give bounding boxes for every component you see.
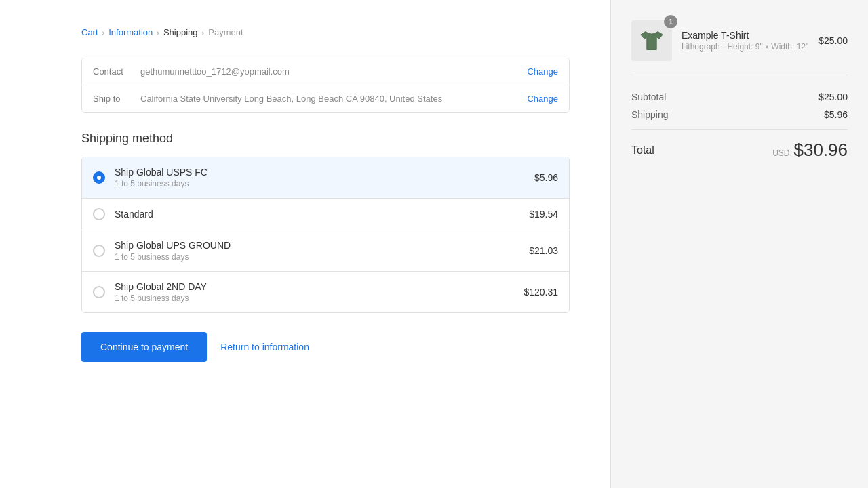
option-name-usps-fc: Ship Global USPS FC [115, 167, 534, 178]
option-price-2nd-day: $120.31 [524, 287, 558, 298]
breadcrumb-shipping: Shipping [163, 27, 198, 37]
shipping-summary-label: Shipping [631, 109, 669, 120]
left-panel: Cart › Information › Shipping › Payment … [0, 0, 610, 488]
total-value: $30.96 [793, 140, 848, 161]
ship-to-row: Ship to California State University Long… [82, 85, 569, 112]
total-currency: USD [772, 148, 789, 158]
breadcrumb-sep-1: › [102, 28, 105, 37]
radio-2nd-day [93, 286, 105, 298]
product-info: Example T-Shirt Lithograph - Height: 9" … [682, 30, 809, 52]
option-details-ups-ground: Ship Global UPS GROUND 1 to 5 business d… [115, 240, 529, 262]
option-details-2nd-day: Ship Global 2ND DAY 1 to 5 business days [115, 281, 524, 303]
subtotal-label: Subtotal [631, 92, 666, 102]
tshirt-icon [639, 28, 664, 53]
option-details-standard: Standard [115, 209, 529, 220]
shipping-options-list: Ship Global USPS FC 1 to 5 business days… [81, 157, 570, 313]
contact-change[interactable]: Change [527, 66, 558, 77]
shipping-option-standard[interactable]: Standard $19.54 [82, 198, 569, 230]
option-details-usps-fc: Ship Global USPS FC 1 to 5 business days [115, 167, 534, 188]
summary-divider [631, 129, 848, 130]
option-days-usps-fc: 1 to 5 business days [115, 179, 534, 188]
breadcrumb-information[interactable]: Information [108, 27, 153, 37]
product-row: 1 Example T-Shirt Lithograph - Height: 9… [631, 20, 848, 75]
shipping-row: Shipping $5.96 [631, 109, 848, 120]
option-price-standard: $19.54 [529, 209, 558, 220]
breadcrumb-sep-3: › [202, 28, 205, 37]
radio-ups-ground [93, 245, 105, 257]
product-name: Example T-Shirt [682, 30, 809, 41]
info-box: Contact gethumunnetttoo_1712@yopmail.com… [81, 58, 570, 113]
total-value-wrap: USD $30.96 [772, 140, 848, 161]
option-name-standard: Standard [115, 209, 529, 220]
right-panel: 1 Example T-Shirt Lithograph - Height: 9… [610, 0, 868, 488]
ship-to-value: California State University Long Beach, … [140, 94, 520, 104]
option-days-2nd-day: 1 to 5 business days [115, 293, 524, 303]
product-quantity-badge: 1 [664, 15, 677, 28]
radio-standard [93, 208, 105, 220]
ship-to-label: Ship to [93, 94, 140, 104]
option-name-ups-ground: Ship Global UPS GROUND [115, 240, 529, 251]
shipping-option-usps-fc[interactable]: Ship Global USPS FC 1 to 5 business days… [82, 157, 569, 198]
option-days-ups-ground: 1 to 5 business days [115, 252, 529, 262]
breadcrumb-cart[interactable]: Cart [81, 27, 98, 37]
action-buttons: Continue to payment Return to informatio… [81, 332, 570, 362]
contact-row: Contact gethumunnetttoo_1712@yopmail.com… [82, 58, 569, 85]
shipping-option-2nd-day[interactable]: Ship Global 2ND DAY 1 to 5 business days… [82, 271, 569, 312]
total-row: Total USD $30.96 [631, 140, 848, 161]
return-to-information-button[interactable]: Return to information [220, 342, 309, 352]
breadcrumb-payment: Payment [208, 27, 243, 37]
product-image-wrap: 1 [631, 20, 672, 61]
product-price: $25.00 [818, 35, 848, 46]
option-price-ups-ground: $21.03 [529, 245, 558, 256]
total-label: Total [631, 144, 654, 157]
shipping-option-ups-ground[interactable]: Ship Global UPS GROUND 1 to 5 business d… [82, 230, 569, 271]
subtotal-row: Subtotal $25.00 [631, 92, 848, 102]
shipping-method-title: Shipping method [81, 131, 570, 146]
option-price-usps-fc: $5.96 [534, 172, 558, 183]
breadcrumb: Cart › Information › Shipping › Payment [81, 27, 570, 37]
option-name-2nd-day: Ship Global 2ND DAY [115, 281, 524, 292]
ship-to-change[interactable]: Change [527, 94, 558, 104]
subtotal-value: $25.00 [818, 92, 848, 102]
contact-value: gethumunnetttoo_1712@yopmail.com [140, 66, 520, 77]
product-description: Lithograph - Height: 9" x Width: 12" [682, 42, 809, 52]
shipping-summary-value: $5.96 [824, 109, 848, 120]
contact-label: Contact [93, 66, 140, 77]
continue-to-payment-button[interactable]: Continue to payment [81, 332, 207, 362]
breadcrumb-sep-2: › [157, 28, 159, 37]
radio-usps-fc [93, 171, 105, 184]
